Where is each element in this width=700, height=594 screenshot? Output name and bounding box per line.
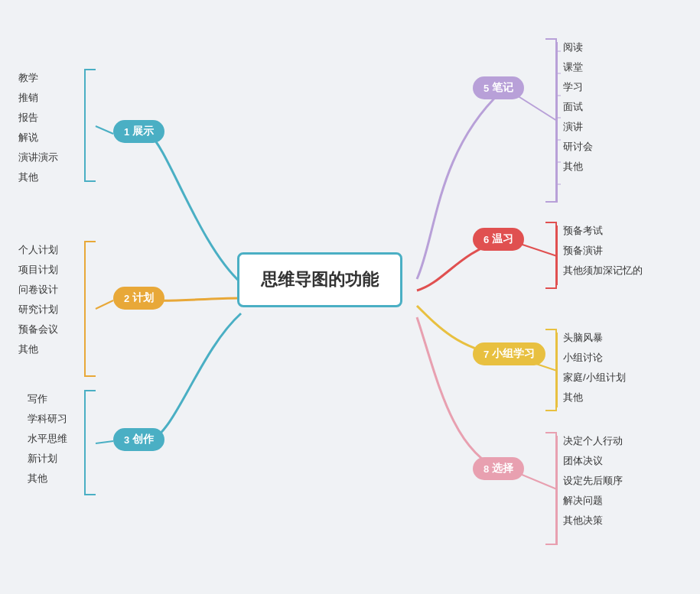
leaf-2-4: 预备会议: [14, 320, 63, 339]
leaf-6-2: 其他须加深记忆的: [558, 261, 647, 280]
branch-node-3: 3 创作: [113, 428, 164, 451]
bracket-5: [545, 38, 557, 203]
leaf-2-2: 问卷设计: [14, 281, 63, 299]
branch-num-1: 1: [124, 126, 129, 138]
leaf-7-1: 小组讨论: [558, 349, 630, 367]
leaf-group-6: 预备考试 预备演讲 其他须加深记忆的: [558, 222, 647, 280]
branch-label-3: 创作: [132, 433, 154, 446]
branch-num-8: 8: [483, 463, 489, 475]
mind-map-container: 思维导图的功能 1 展示 2 计划 3 创作 5 笔记 6 温习 7 小组学习 …: [0, 0, 700, 594]
branch-label-7: 小组学习: [492, 347, 535, 361]
leaf-7-0: 头脑风暴: [558, 329, 630, 347]
branch-node-7: 7 小组学习: [473, 342, 545, 365]
leaf-5-6: 其他: [558, 157, 597, 176]
central-label: 思维导图的功能: [261, 270, 379, 289]
bracket-3: [84, 390, 96, 495]
leaf-2-0: 个人计划: [14, 241, 63, 259]
branch-node-2: 2 计划: [113, 287, 164, 310]
branch-node-5: 5 笔记: [473, 76, 524, 99]
branch-label-1: 展示: [132, 125, 154, 138]
leaf-5-0: 阅读: [558, 38, 597, 57]
leaf-7-3: 其他: [558, 388, 630, 407]
leaf-group-7: 头脑风暴 小组讨论 家庭/小组计划 其他: [558, 329, 630, 407]
leaf-3-1: 学科研习: [23, 410, 72, 428]
branch-label-8: 选择: [492, 462, 513, 476]
leaf-group-1: 教学 推销 报告 解说 演讲演示 其他: [14, 69, 63, 187]
leaf-2-3: 研究计划: [14, 300, 63, 319]
bracket-7: [545, 329, 557, 411]
branch-node-6: 6 温习: [473, 228, 524, 251]
bracket-1: [84, 69, 96, 182]
leaf-group-3: 写作 学科研习 水平思维 新计划 其他: [23, 390, 72, 488]
leaf-2-5: 其他: [14, 340, 63, 359]
leaf-group-8: 决定个人行动 团体决议 设定先后顺序 解决问题 其他决策: [558, 432, 627, 530]
bracket-8: [545, 432, 557, 545]
branch-num-7: 7: [483, 349, 489, 360]
leaf-3-3: 新计划: [23, 450, 72, 468]
svg-line-0: [96, 126, 113, 134]
leaf-group-5: 阅读 课堂 学习 面试 演讲 研讨会 其他: [558, 38, 597, 176]
central-node: 思维导图的功能: [237, 252, 402, 307]
leaf-group-2: 个人计划 项目计划 问卷设计 研究计划 预备会议 其他: [14, 241, 63, 359]
branch-label-5: 笔记: [492, 81, 513, 95]
leaf-1-0: 教学: [14, 69, 63, 87]
branch-num-2: 2: [124, 293, 129, 304]
leaf-3-4: 其他: [23, 469, 72, 488]
branch-num-3: 3: [124, 434, 129, 446]
branch-label-2: 计划: [132, 291, 154, 305]
leaf-1-1: 推销: [14, 89, 63, 107]
leaf-6-0: 预备考试: [558, 222, 647, 240]
leaf-5-3: 面试: [558, 98, 597, 116]
bracket-6: [545, 222, 557, 289]
svg-line-1: [96, 300, 113, 309]
bracket-2: [84, 241, 96, 377]
leaf-8-4: 其他决策: [558, 511, 627, 530]
leaf-8-3: 解决问题: [558, 492, 627, 510]
branch-node-1: 1 展示: [113, 120, 164, 143]
branch-num-5: 5: [483, 83, 489, 94]
leaf-5-1: 课堂: [558, 58, 597, 76]
leaf-1-3: 解说: [14, 128, 63, 147]
leaf-8-1: 团体决议: [558, 452, 627, 470]
leaf-1-4: 演讲演示: [14, 148, 63, 167]
leaf-8-0: 决定个人行动: [558, 432, 627, 450]
leaf-7-2: 家庭/小组计划: [558, 368, 630, 387]
svg-line-2: [96, 441, 113, 443]
leaf-2-1: 项目计划: [14, 261, 63, 279]
branch-num-6: 6: [483, 234, 489, 245]
leaf-6-1: 预备演讲: [558, 242, 647, 260]
branch-node-8: 8 选择: [473, 457, 524, 480]
leaf-1-2: 报告: [14, 109, 63, 127]
leaf-8-2: 设定先后顺序: [558, 472, 627, 490]
leaf-5-4: 演讲: [558, 118, 597, 136]
leaf-3-2: 水平思维: [23, 430, 72, 448]
branch-label-6: 温习: [492, 232, 513, 246]
leaf-3-0: 写作: [23, 390, 72, 408]
leaf-5-2: 学习: [558, 78, 597, 96]
leaf-5-5: 研讨会: [558, 138, 597, 156]
leaf-1-5: 其他: [14, 168, 63, 187]
